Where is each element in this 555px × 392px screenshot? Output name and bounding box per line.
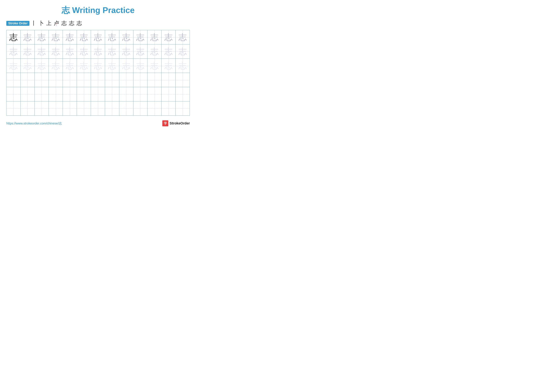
grid-cell[interactable] <box>63 87 77 101</box>
grid-cell[interactable] <box>77 87 91 101</box>
grid-cell[interactable]: 志 <box>49 59 63 73</box>
practice-char: 志 <box>23 62 32 70</box>
grid-cell[interactable]: 志 <box>147 44 161 58</box>
grid-cell[interactable]: 志 <box>77 30 91 44</box>
practice-grid: 志志志志志志志志志志志志志志志志志志志志志志志志志志志志志志志志志志志志志志志 <box>6 30 190 116</box>
grid-cell[interactable] <box>91 101 105 115</box>
grid-cell[interactable] <box>175 87 190 101</box>
grid-cell[interactable] <box>147 73 161 87</box>
grid-cell[interactable] <box>119 87 133 101</box>
stroke-step-3: 上 <box>46 20 51 27</box>
grid-cell[interactable]: 志 <box>77 59 91 73</box>
grid-cell[interactable]: 志 <box>63 30 77 44</box>
grid-cell[interactable] <box>35 73 49 87</box>
grid-cell[interactable] <box>77 101 91 115</box>
grid-cell[interactable] <box>7 87 21 101</box>
grid-cell[interactable] <box>175 101 190 115</box>
grid-cell[interactable] <box>21 101 35 115</box>
grid-cell[interactable]: 志 <box>7 44 21 58</box>
grid-cell[interactable] <box>133 87 147 101</box>
grid-cell[interactable]: 志 <box>49 44 63 58</box>
footer: https://www.strokeorder.com/chinese/志 字 … <box>6 120 190 126</box>
grid-cell[interactable]: 志 <box>133 30 147 44</box>
grid-cell[interactable]: 志 <box>119 44 133 58</box>
practice-char: 志 <box>80 33 88 42</box>
practice-char: 志 <box>150 62 159 70</box>
grid-cell[interactable]: 志 <box>7 30 21 44</box>
grid-cell[interactable]: 志 <box>161 30 175 44</box>
grid-cell[interactable] <box>21 87 35 101</box>
grid-cell[interactable] <box>49 73 63 87</box>
grid-cell[interactable] <box>21 73 35 87</box>
practice-char: 志 <box>51 47 60 56</box>
grid-cell[interactable]: 志 <box>175 44 190 58</box>
grid-cell[interactable]: 志 <box>91 59 105 73</box>
grid-cell[interactable] <box>7 73 21 87</box>
practice-char: 志 <box>178 62 187 70</box>
grid-cell[interactable]: 志 <box>63 59 77 73</box>
practice-char: 志 <box>80 47 88 56</box>
grid-cell[interactable]: 志 <box>91 30 105 44</box>
practice-char: 志 <box>66 47 74 56</box>
footer-url[interactable]: https://www.strokeorder.com/chinese/志 <box>6 121 62 126</box>
grid-cell[interactable]: 志 <box>161 44 175 58</box>
grid-row <box>7 73 190 87</box>
grid-cell[interactable]: 志 <box>105 59 119 73</box>
grid-cell[interactable] <box>35 101 49 115</box>
grid-cell[interactable]: 志 <box>147 30 161 44</box>
grid-cell[interactable] <box>119 101 133 115</box>
grid-cell[interactable]: 志 <box>35 30 49 44</box>
grid-cell[interactable] <box>91 87 105 101</box>
grid-cell[interactable] <box>133 101 147 115</box>
grid-cell[interactable] <box>175 73 190 87</box>
grid-cell[interactable]: 志 <box>77 44 91 58</box>
grid-cell[interactable] <box>49 101 63 115</box>
grid-cell[interactable]: 志 <box>21 59 35 73</box>
grid-cell[interactable]: 志 <box>133 59 147 73</box>
grid-cell[interactable] <box>105 87 119 101</box>
practice-char: 志 <box>164 62 173 70</box>
grid-cell[interactable]: 志 <box>35 59 49 73</box>
grid-cell[interactable] <box>133 73 147 87</box>
grid-cell[interactable] <box>119 73 133 87</box>
grid-cell[interactable] <box>35 87 49 101</box>
grid-cell[interactable]: 志 <box>7 59 21 73</box>
grid-cell[interactable]: 志 <box>119 59 133 73</box>
grid-cell[interactable]: 志 <box>175 30 190 44</box>
practice-char: 志 <box>66 62 74 70</box>
grid-cell[interactable]: 志 <box>91 44 105 58</box>
grid-cell[interactable] <box>147 101 161 115</box>
grid-cell[interactable]: 志 <box>21 44 35 58</box>
grid-row <box>7 101 190 115</box>
practice-char: 志 <box>150 33 159 42</box>
grid-cell[interactable]: 志 <box>21 30 35 44</box>
grid-cell[interactable] <box>161 87 175 101</box>
grid-cell[interactable]: 志 <box>35 44 49 58</box>
grid-cell[interactable] <box>161 101 175 115</box>
grid-cell[interactable] <box>63 73 77 87</box>
grid-cell[interactable] <box>63 101 77 115</box>
stroke-steps: 丨 卜 上 卢 · 志 志 志 <box>31 20 82 27</box>
stroke-step-4: 卢 · <box>54 20 59 27</box>
grid-cell[interactable]: 志 <box>133 44 147 58</box>
grid-cell[interactable] <box>77 73 91 87</box>
grid-cell[interactable]: 志 <box>49 30 63 44</box>
practice-char: 志 <box>108 62 116 70</box>
grid-cell[interactable] <box>105 73 119 87</box>
grid-cell[interactable]: 志 <box>119 30 133 44</box>
grid-cell[interactable]: 志 <box>161 59 175 73</box>
grid-cell[interactable]: 志 <box>147 59 161 73</box>
grid-cell[interactable]: 志 <box>105 30 119 44</box>
grid-cell[interactable]: 志 <box>175 59 190 73</box>
grid-cell[interactable] <box>49 87 63 101</box>
grid-cell[interactable]: 志 <box>105 44 119 58</box>
grid-cell[interactable] <box>161 73 175 87</box>
grid-cell[interactable]: 志 <box>63 44 77 58</box>
grid-cell[interactable] <box>7 101 21 115</box>
grid-cell[interactable] <box>105 101 119 115</box>
stroke-step-1: 丨 <box>31 20 37 27</box>
practice-char: 志 <box>51 62 60 70</box>
grid-cell[interactable] <box>91 73 105 87</box>
stroke-step-6: 志 <box>69 20 74 27</box>
grid-cell[interactable] <box>147 87 161 101</box>
